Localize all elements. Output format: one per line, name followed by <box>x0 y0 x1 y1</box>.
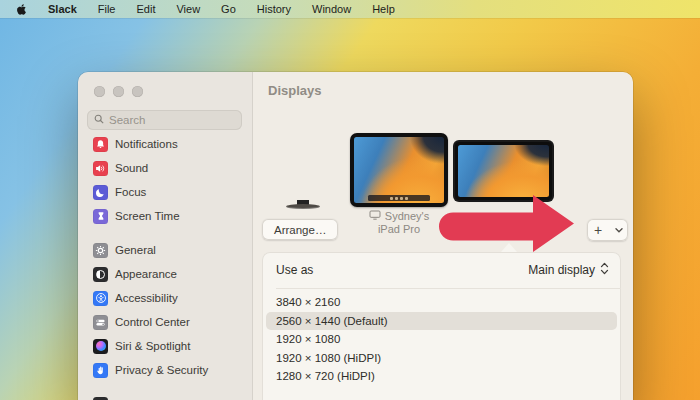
resolution-option[interactable]: 3840 × 2160 <box>266 293 617 312</box>
ipad-dock <box>368 195 429 201</box>
main-display-dropdown[interactable]: Main display <box>528 262 609 278</box>
hourglass-icon <box>93 209 108 224</box>
settings-sidebar: Search Notifications Sound Focus <box>78 72 253 400</box>
sidebar-list: Notifications Sound Focus Screen Time <box>78 136 252 400</box>
sidebar-item-label: Siri & Spotlight <box>115 340 190 352</box>
sidebar-item-screen-time[interactable]: Screen Time <box>78 204 252 228</box>
close-button[interactable] <box>94 86 105 97</box>
sidebar-item-label: General <box>115 244 156 256</box>
sidebar-item-label: Notifications <box>115 138 178 150</box>
dock-icon <box>93 397 108 400</box>
resolution-option[interactable]: 1920 × 1080 (HiDPI) <box>266 349 617 368</box>
display-name: Sydney's <box>385 210 429 223</box>
minimize-button[interactable] <box>113 86 124 97</box>
menu-item-app[interactable]: Slack <box>48 3 77 15</box>
accessibility-icon <box>93 291 108 306</box>
sidebar-item-label: Privacy & Security <box>115 364 208 376</box>
desktop: Slack File Edit View Go History Window H… <box>0 0 700 400</box>
add-display-button[interactable]: + <box>587 219 628 241</box>
sidebar-item-label: Control Center <box>115 316 190 328</box>
search-input[interactable]: Search <box>87 110 242 130</box>
resolution-option-selected[interactable]: 2560 × 1440 (Default) <box>266 312 617 331</box>
apple-logo-icon[interactable] <box>16 3 27 16</box>
sidebar-item-focus[interactable]: Focus <box>78 180 252 204</box>
display-icon <box>369 210 381 223</box>
sidebar-item-label: Appearance <box>115 268 177 280</box>
sidebar-item-sound[interactable]: Sound <box>78 156 252 180</box>
sidebar-item-label: Sound <box>115 162 148 174</box>
plus-icon[interactable]: + <box>587 223 609 237</box>
resolution-list: 3840 × 2160 2560 × 1440 (Default) 1920 ×… <box>262 289 621 390</box>
menu-item-edit[interactable]: Edit <box>136 3 155 15</box>
display-settings-panel: Use as Main display 3840 × 2160 2560 × 1… <box>262 252 621 400</box>
menu-item-view[interactable]: View <box>176 3 200 15</box>
menu-item-history[interactable]: History <box>257 3 291 15</box>
page-title: Displays <box>268 83 321 98</box>
resolution-option[interactable]: 1280 × 720 (HiDPI) <box>266 367 617 386</box>
menu-item-window[interactable]: Window <box>312 3 351 15</box>
display-thumbnail-lg-monitor[interactable] <box>455 142 552 200</box>
speaker-icon <box>93 161 108 176</box>
menu-item-go[interactable]: Go <box>221 3 236 15</box>
menu-item-file[interactable]: File <box>98 3 116 15</box>
chevron-up-down-icon <box>600 262 609 278</box>
search-placeholder: Search <box>109 114 145 126</box>
monitor-stand-base <box>286 204 320 209</box>
menu-item-help[interactable]: Help <box>372 3 395 15</box>
display-name: iPad Pro <box>329 223 469 236</box>
sidebar-item-general[interactable]: General <box>78 238 252 262</box>
sidebar-item-label: Screen Time <box>115 210 180 222</box>
monitor-wallpaper <box>458 145 549 197</box>
hand-icon <box>93 363 108 378</box>
sidebar-item-control-center[interactable]: Control Center <box>78 310 252 334</box>
system-settings-window: Search Notifications Sound Focus <box>78 72 633 400</box>
sidebar-item-label: Accessibility <box>115 292 178 304</box>
ipad-wallpaper <box>354 137 444 203</box>
sidebar-item-appearance[interactable]: Appearance <box>78 262 252 286</box>
panel-pointer-caret <box>501 243 517 252</box>
bell-icon <box>93 137 108 152</box>
sidebar-item-accessibility[interactable]: Accessibility <box>78 286 252 310</box>
zoom-button[interactable] <box>132 86 143 97</box>
toggles-icon <box>93 315 108 330</box>
menu-bar: Slack File Edit View Go History Window H… <box>0 0 700 18</box>
search-icon <box>94 114 104 126</box>
gear-icon <box>93 243 108 258</box>
lg-display-label: LG ULTRAGEAR <box>439 211 569 224</box>
chevron-down-icon[interactable] <box>609 228 628 233</box>
sidebar-item-label: Focus <box>115 186 146 198</box>
displays-pane: Displays Sydney's iPad Pro <box>253 72 633 400</box>
sidebar-item-privacy-security[interactable]: Privacy & Security <box>78 358 252 382</box>
display-thumbnail-ipad[interactable] <box>350 133 448 207</box>
resolution-option[interactable]: 1920 × 1080 <box>266 330 617 349</box>
moon-icon <box>93 185 108 200</box>
siri-icon <box>93 339 108 354</box>
appearance-icon <box>93 267 108 282</box>
use-as-label: Use as <box>276 263 313 277</box>
window-controls <box>78 72 252 97</box>
sidebar-item-siri-spotlight[interactable]: Siri & Spotlight <box>78 334 252 358</box>
sidebar-item-desktop-dock[interactable]: Desktop & Dock <box>78 392 252 400</box>
dropdown-value: Main display <box>528 263 595 277</box>
sidebar-item-notifications[interactable]: Notifications <box>78 136 252 156</box>
arrange-button[interactable]: Arrange… <box>262 219 338 240</box>
